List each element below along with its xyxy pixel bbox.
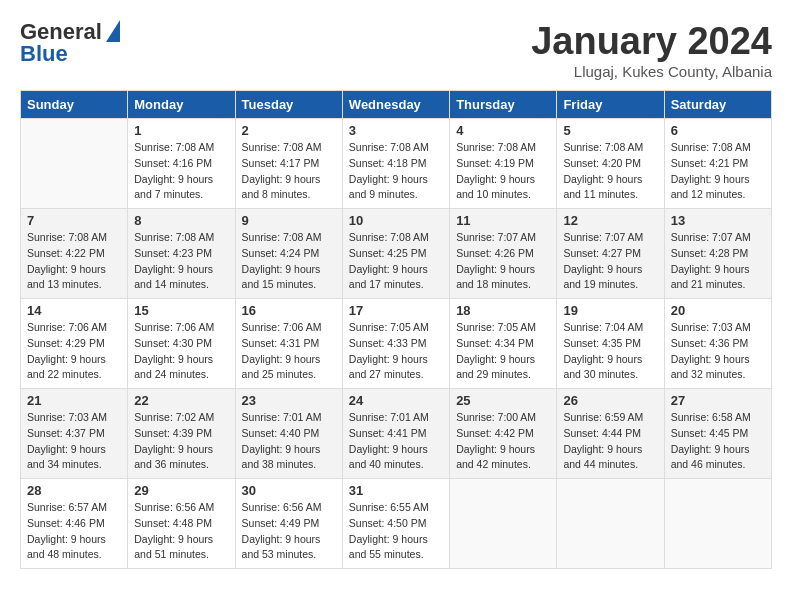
day-sun-info: Sunrise: 7:08 AMSunset: 4:19 PMDaylight:… [456, 140, 550, 203]
calendar-week-row: 1Sunrise: 7:08 AMSunset: 4:16 PMDaylight… [21, 119, 772, 209]
calendar-table: Sunday Monday Tuesday Wednesday Thursday… [20, 90, 772, 569]
day-sun-info: Sunrise: 7:08 AMSunset: 4:20 PMDaylight:… [563, 140, 657, 203]
calendar-cell: 1Sunrise: 7:08 AMSunset: 4:16 PMDaylight… [128, 119, 235, 209]
day-sun-info: Sunrise: 7:04 AMSunset: 4:35 PMDaylight:… [563, 320, 657, 383]
day-number: 8 [134, 213, 228, 228]
day-number: 23 [242, 393, 336, 408]
calendar-cell: 26Sunrise: 6:59 AMSunset: 4:44 PMDayligh… [557, 389, 664, 479]
calendar-week-row: 14Sunrise: 7:06 AMSunset: 4:29 PMDayligh… [21, 299, 772, 389]
day-sun-info: Sunrise: 6:55 AMSunset: 4:50 PMDaylight:… [349, 500, 443, 563]
day-number: 7 [27, 213, 121, 228]
day-number: 10 [349, 213, 443, 228]
col-thursday: Thursday [450, 91, 557, 119]
day-number: 3 [349, 123, 443, 138]
day-number: 24 [349, 393, 443, 408]
day-number: 17 [349, 303, 443, 318]
day-number: 16 [242, 303, 336, 318]
day-number: 13 [671, 213, 765, 228]
calendar-cell: 27Sunrise: 6:58 AMSunset: 4:45 PMDayligh… [664, 389, 771, 479]
calendar-cell: 4Sunrise: 7:08 AMSunset: 4:19 PMDaylight… [450, 119, 557, 209]
day-number: 15 [134, 303, 228, 318]
day-sun-info: Sunrise: 7:08 AMSunset: 4:23 PMDaylight:… [134, 230, 228, 293]
calendar-cell: 2Sunrise: 7:08 AMSunset: 4:17 PMDaylight… [235, 119, 342, 209]
day-number: 14 [27, 303, 121, 318]
calendar-week-row: 21Sunrise: 7:03 AMSunset: 4:37 PMDayligh… [21, 389, 772, 479]
calendar-cell: 6Sunrise: 7:08 AMSunset: 4:21 PMDaylight… [664, 119, 771, 209]
day-number: 31 [349, 483, 443, 498]
day-sun-info: Sunrise: 7:07 AMSunset: 4:27 PMDaylight:… [563, 230, 657, 293]
day-number: 26 [563, 393, 657, 408]
day-sun-info: Sunrise: 7:08 AMSunset: 4:25 PMDaylight:… [349, 230, 443, 293]
day-number: 22 [134, 393, 228, 408]
day-number: 25 [456, 393, 550, 408]
calendar-cell: 23Sunrise: 7:01 AMSunset: 4:40 PMDayligh… [235, 389, 342, 479]
day-number: 2 [242, 123, 336, 138]
day-number: 1 [134, 123, 228, 138]
calendar-cell: 24Sunrise: 7:01 AMSunset: 4:41 PMDayligh… [342, 389, 449, 479]
day-sun-info: Sunrise: 7:06 AMSunset: 4:29 PMDaylight:… [27, 320, 121, 383]
day-sun-info: Sunrise: 7:03 AMSunset: 4:36 PMDaylight:… [671, 320, 765, 383]
day-sun-info: Sunrise: 6:57 AMSunset: 4:46 PMDaylight:… [27, 500, 121, 563]
calendar-cell: 30Sunrise: 6:56 AMSunset: 4:49 PMDayligh… [235, 479, 342, 569]
day-number: 30 [242, 483, 336, 498]
day-number: 5 [563, 123, 657, 138]
calendar-cell: 20Sunrise: 7:03 AMSunset: 4:36 PMDayligh… [664, 299, 771, 389]
calendar-cell: 5Sunrise: 7:08 AMSunset: 4:20 PMDaylight… [557, 119, 664, 209]
calendar-cell: 31Sunrise: 6:55 AMSunset: 4:50 PMDayligh… [342, 479, 449, 569]
day-number: 4 [456, 123, 550, 138]
col-saturday: Saturday [664, 91, 771, 119]
day-number: 20 [671, 303, 765, 318]
day-number: 19 [563, 303, 657, 318]
logo: General Blue [20, 20, 120, 66]
day-sun-info: Sunrise: 7:08 AMSunset: 4:22 PMDaylight:… [27, 230, 121, 293]
day-sun-info: Sunrise: 7:00 AMSunset: 4:42 PMDaylight:… [456, 410, 550, 473]
page-header: General Blue January 2024 Llugaj, Kukes … [20, 20, 772, 80]
day-number: 18 [456, 303, 550, 318]
day-sun-info: Sunrise: 7:06 AMSunset: 4:31 PMDaylight:… [242, 320, 336, 383]
month-title: January 2024 [531, 20, 772, 63]
day-sun-info: Sunrise: 7:05 AMSunset: 4:33 PMDaylight:… [349, 320, 443, 383]
calendar-cell: 13Sunrise: 7:07 AMSunset: 4:28 PMDayligh… [664, 209, 771, 299]
calendar-cell [450, 479, 557, 569]
day-sun-info: Sunrise: 7:07 AMSunset: 4:28 PMDaylight:… [671, 230, 765, 293]
day-sun-info: Sunrise: 7:06 AMSunset: 4:30 PMDaylight:… [134, 320, 228, 383]
calendar-cell: 16Sunrise: 7:06 AMSunset: 4:31 PMDayligh… [235, 299, 342, 389]
calendar-cell: 25Sunrise: 7:00 AMSunset: 4:42 PMDayligh… [450, 389, 557, 479]
calendar-cell: 10Sunrise: 7:08 AMSunset: 4:25 PMDayligh… [342, 209, 449, 299]
calendar-cell: 19Sunrise: 7:04 AMSunset: 4:35 PMDayligh… [557, 299, 664, 389]
day-sun-info: Sunrise: 7:03 AMSunset: 4:37 PMDaylight:… [27, 410, 121, 473]
logo-triangle-icon [106, 20, 120, 42]
calendar-week-row: 28Sunrise: 6:57 AMSunset: 4:46 PMDayligh… [21, 479, 772, 569]
day-sun-info: Sunrise: 6:59 AMSunset: 4:44 PMDaylight:… [563, 410, 657, 473]
calendar-cell: 9Sunrise: 7:08 AMSunset: 4:24 PMDaylight… [235, 209, 342, 299]
day-sun-info: Sunrise: 7:07 AMSunset: 4:26 PMDaylight:… [456, 230, 550, 293]
location-subtitle: Llugaj, Kukes County, Albania [531, 63, 772, 80]
calendar-cell: 18Sunrise: 7:05 AMSunset: 4:34 PMDayligh… [450, 299, 557, 389]
day-number: 6 [671, 123, 765, 138]
calendar-cell [557, 479, 664, 569]
calendar-cell: 7Sunrise: 7:08 AMSunset: 4:22 PMDaylight… [21, 209, 128, 299]
day-number: 11 [456, 213, 550, 228]
day-number: 12 [563, 213, 657, 228]
col-monday: Monday [128, 91, 235, 119]
day-sun-info: Sunrise: 7:08 AMSunset: 4:18 PMDaylight:… [349, 140, 443, 203]
day-number: 21 [27, 393, 121, 408]
calendar-cell: 11Sunrise: 7:07 AMSunset: 4:26 PMDayligh… [450, 209, 557, 299]
day-sun-info: Sunrise: 6:58 AMSunset: 4:45 PMDaylight:… [671, 410, 765, 473]
calendar-cell [664, 479, 771, 569]
col-friday: Friday [557, 91, 664, 119]
day-number: 27 [671, 393, 765, 408]
day-sun-info: Sunrise: 7:01 AMSunset: 4:40 PMDaylight:… [242, 410, 336, 473]
col-sunday: Sunday [21, 91, 128, 119]
day-number: 28 [27, 483, 121, 498]
day-sun-info: Sunrise: 7:01 AMSunset: 4:41 PMDaylight:… [349, 410, 443, 473]
calendar-cell: 17Sunrise: 7:05 AMSunset: 4:33 PMDayligh… [342, 299, 449, 389]
calendar-header-row: Sunday Monday Tuesday Wednesday Thursday… [21, 91, 772, 119]
calendar-cell: 22Sunrise: 7:02 AMSunset: 4:39 PMDayligh… [128, 389, 235, 479]
calendar-cell: 8Sunrise: 7:08 AMSunset: 4:23 PMDaylight… [128, 209, 235, 299]
day-sun-info: Sunrise: 7:05 AMSunset: 4:34 PMDaylight:… [456, 320, 550, 383]
day-number: 9 [242, 213, 336, 228]
title-block: January 2024 Llugaj, Kukes County, Alban… [531, 20, 772, 80]
day-sun-info: Sunrise: 7:02 AMSunset: 4:39 PMDaylight:… [134, 410, 228, 473]
day-sun-info: Sunrise: 7:08 AMSunset: 4:24 PMDaylight:… [242, 230, 336, 293]
